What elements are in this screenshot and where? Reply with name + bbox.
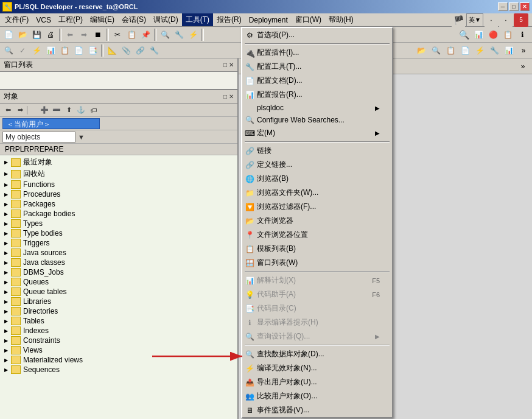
- obj-tb-add[interactable]: ➕: [39, 105, 50, 116]
- t2-btn5[interactable]: 📋: [58, 44, 71, 57]
- obj-tb-back[interactable]: ⬅: [2, 105, 13, 116]
- lang-btn[interactable]: 英▼: [466, 13, 483, 27]
- obj-tb-anchor[interactable]: ⚓: [75, 105, 86, 116]
- tree-item-recent[interactable]: ▶ 最近对象: [0, 157, 237, 168]
- filter-select[interactable]: My objects: [2, 132, 75, 143]
- obj-float-icon[interactable]: □: [223, 93, 227, 100]
- dm-configure-web[interactable]: 🔍 Configure Web Searches...: [242, 114, 392, 126]
- save-btn[interactable]: 💾: [30, 28, 43, 41]
- back-btn[interactable]: ⬅: [63, 28, 77, 41]
- tree-item-typebodies[interactable]: ▶ Type bodies: [0, 228, 237, 238]
- tree-item-javasrc[interactable]: ▶ Java sources: [0, 248, 237, 258]
- tree-item-triggers[interactable]: ▶ Triggers: [0, 238, 237, 248]
- dm-template-list[interactable]: 📋 模板列表(B): [242, 242, 392, 256]
- dm-plsqldoc[interactable]: plsqldoc ▶: [242, 102, 392, 114]
- tree-item-directories[interactable]: ▶ Directories: [0, 306, 237, 316]
- tree-item-sequences[interactable]: ▶ Sequences: [0, 365, 237, 375]
- dm-config-reports[interactable]: 📊 配置报告(R)...: [242, 88, 392, 102]
- menu-window[interactable]: 窗口(W): [292, 13, 325, 26]
- dm-browser[interactable]: 🌐 浏览器(B): [242, 172, 392, 186]
- dm-window-list[interactable]: 🪟 窗口列表(W): [242, 256, 392, 270]
- tree-item-functions[interactable]: ▶ Functions: [0, 180, 237, 189]
- minimize-button[interactable]: ─: [498, 2, 508, 11]
- menu-deployment[interactable]: Deployment: [245, 15, 292, 26]
- tree-item-javaclass[interactable]: ▶ Java classes: [0, 258, 237, 267]
- t2-btn10[interactable]: 🔗: [133, 44, 147, 57]
- tree-item-queues[interactable]: ▶ Queues: [0, 277, 237, 287]
- t2r-btn6[interactable]: 🔧: [488, 44, 501, 57]
- search-btn[interactable]: 🔍: [158, 28, 172, 41]
- t2r-btn2[interactable]: 🔍: [429, 44, 443, 57]
- menu-file[interactable]: 文件(F): [1, 13, 32, 26]
- maximize-button[interactable]: □: [509, 2, 519, 11]
- menu-debug[interactable]: 调试(D): [150, 13, 182, 26]
- menu-report[interactable]: 报告(R): [213, 13, 245, 26]
- dm-config-plugins[interactable]: 🔌 配置插件(I)...: [242, 46, 392, 60]
- dm-browser-filter[interactable]: 🔽 浏览器过滤器(F)...: [242, 200, 392, 214]
- t2r-btn7[interactable]: 📊: [502, 44, 516, 57]
- object-tree[interactable]: ▶ 最近对象 ▶ 回收站 ▶ Functions ▶ Proce: [0, 155, 237, 419]
- tb-icon5[interactable]: ℹ: [516, 28, 529, 41]
- tree-item-tables[interactable]: ▶ Tables: [0, 316, 237, 326]
- obj-close-icon[interactable]: ✕: [229, 93, 234, 100]
- dm-file-browser-location[interactable]: 📍 文件浏览器位置: [242, 228, 392, 242]
- menu-vcs[interactable]: VCS: [32, 15, 55, 26]
- t2-btn9[interactable]: 📎: [119, 44, 133, 57]
- tree-item-constraints[interactable]: ▶ Constraints: [0, 336, 237, 345]
- forward-btn[interactable]: ➡: [77, 28, 91, 41]
- tree-item-qtables[interactable]: ▶ Queue tables: [0, 287, 237, 297]
- t2-btn3[interactable]: ⚡: [30, 44, 43, 57]
- t2r-btn3[interactable]: 📋: [444, 44, 457, 57]
- tree-item-indexes[interactable]: ▶ Indexes: [0, 326, 237, 336]
- run-btn[interactable]: ⚡: [186, 28, 200, 41]
- t2r-btn1[interactable]: 📂: [415, 44, 428, 57]
- t2-btn11[interactable]: 🔧: [147, 44, 161, 57]
- dm-export-user-objects[interactable]: 📤 导出用户对象(U)...: [242, 375, 392, 389]
- tb-icon4[interactable]: 📋: [501, 28, 514, 41]
- t2-btn4[interactable]: 📊: [44, 44, 57, 57]
- icon-btn2[interactable]: ·: [499, 13, 513, 27]
- obj-tb-delete[interactable]: ➖: [51, 105, 62, 116]
- float-icon[interactable]: □: [223, 62, 227, 68]
- t2r-btn5[interactable]: ⚡: [473, 44, 486, 57]
- tree-item-libraries[interactable]: ▶ Libraries: [0, 297, 237, 306]
- paste-btn[interactable]: 📌: [139, 28, 152, 41]
- dm-config-tools[interactable]: 🔧 配置工具(T)...: [242, 60, 392, 74]
- tree-item-pkgbodies[interactable]: ▶ Package bodies: [0, 209, 237, 219]
- t2-btn2[interactable]: ✓: [16, 44, 29, 57]
- copy-btn[interactable]: 📋: [125, 28, 138, 41]
- dm-preferences[interactable]: ⚙ 首选项(P)...: [242, 28, 392, 42]
- t2-btn6[interactable]: 📄: [72, 44, 85, 57]
- t2-btn7[interactable]: 📑: [86, 44, 99, 57]
- t2-btn1[interactable]: 🔍: [2, 44, 15, 57]
- tree-item-dbmsjobs[interactable]: ▶ DBMS_Jobs: [0, 267, 237, 277]
- settings-btn[interactable]: 🔧: [172, 28, 186, 41]
- obj-tb-forward[interactable]: ➡: [15, 105, 26, 116]
- new-btn[interactable]: 📄: [2, 28, 15, 41]
- menu-tools[interactable]: 工具(T): [182, 13, 213, 26]
- tb-icon2[interactable]: 📊: [472, 28, 485, 41]
- dm-browser-folder[interactable]: 📁 浏览器文件夹(W)...: [242, 186, 392, 200]
- tree-item-packages[interactable]: ▶ Packages: [0, 199, 237, 209]
- dm-define-link[interactable]: 🔗 定义链接...: [242, 158, 392, 172]
- tree-item-types[interactable]: ▶ Types: [0, 219, 237, 228]
- dm-find-db-objects[interactable]: 🔍 查找数据库对象(D)...: [242, 347, 392, 361]
- menu-project[interactable]: 工程(P): [55, 13, 86, 26]
- tree-item-recyclebin[interactable]: ▶ 回收站: [0, 168, 237, 180]
- dm-config-docs[interactable]: 📄 配置文档(D)...: [242, 74, 392, 88]
- close-panel-icon[interactable]: ✕: [229, 62, 234, 68]
- tb-icon1[interactable]: 🔍: [457, 28, 471, 41]
- open-btn[interactable]: 📂: [16, 28, 29, 41]
- dm-file-browser[interactable]: 📂 文件浏览器: [242, 214, 392, 228]
- dm-compare-user-objects[interactable]: 👥 比较用户对象(O)...: [242, 389, 392, 403]
- t2r-btn4[interactable]: 📄: [458, 44, 472, 57]
- icon-btn3[interactable]: 5: [514, 13, 528, 27]
- dm-event-monitor[interactable]: 🖥 事件监视器(V)...: [242, 403, 392, 417]
- rt-expand[interactable]: »: [516, 60, 530, 73]
- obj-tb-up[interactable]: ⬆: [63, 105, 74, 116]
- cut-btn[interactable]: ✂: [111, 28, 124, 41]
- schema-select[interactable]: ＜当前用户＞: [2, 118, 100, 129]
- dm-compile-invalid[interactable]: ⚡ 编译无效对象(N)...: [242, 361, 392, 375]
- icon-btn1[interactable]: ·: [485, 13, 498, 27]
- menu-help[interactable]: 帮助(H): [325, 13, 357, 26]
